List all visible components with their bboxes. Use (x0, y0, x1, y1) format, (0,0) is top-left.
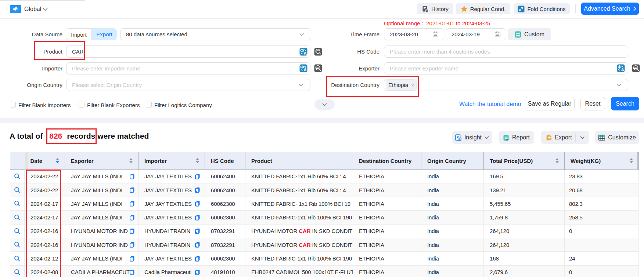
svg-text:A: A (304, 68, 307, 72)
svg-text:A: A (304, 51, 307, 55)
svg-text:BI: BI (459, 138, 461, 140)
svg-text:A: A (621, 68, 624, 72)
